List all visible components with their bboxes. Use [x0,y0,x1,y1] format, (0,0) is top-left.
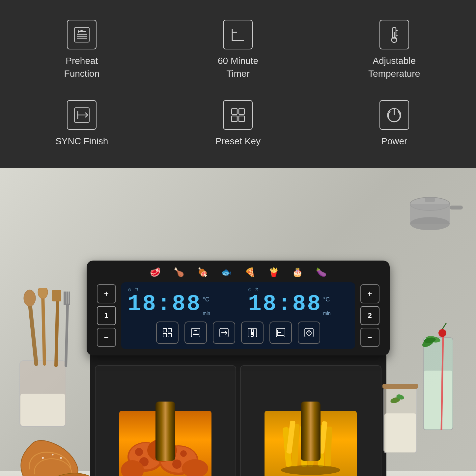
right-drawer[interactable] [240,365,381,476]
divider-2 [316,30,316,70]
sync-icon-box [67,100,97,130]
svg-rect-20 [232,116,237,122]
feature-preset: Preset Key [192,100,284,148]
zone1-min: min [203,311,210,316]
control-panel: 🥩 🍗 🍖 🐟 🍕 🍟 🎂 🍆 + 1 [87,261,390,355]
feature-power: Power [348,100,440,148]
svg-point-86 [172,460,182,469]
zone2-minus-button[interactable]: − [360,328,379,347]
food-icon-fries[interactable]: 🍟 [268,267,279,277]
svg-rect-52 [382,384,418,389]
func-btn-temp[interactable] [241,322,264,344]
svg-rect-51 [384,413,416,452]
svg-rect-18 [232,109,237,114]
dual-display-screen: ⊙ ⏱ 18:88 °C min [121,282,355,349]
zone2-unit: °C [323,296,330,303]
food-icon-fish[interactable]: 🐟 [221,267,232,277]
sync-icon [73,106,91,124]
preheat-icon [73,26,91,44]
drinks-container [377,305,469,471]
svg-point-79 [135,448,143,456]
svg-point-26 [410,217,450,230]
func-btn-preheat[interactable] [184,322,207,344]
svg-rect-59 [163,328,167,332]
power-icon [385,106,403,124]
fryer-body [90,352,386,476]
svg-line-33 [43,295,44,364]
zone1-controls: + 1 − [95,284,118,347]
features-row-1: Preheat Function 60 Minute Timer [20,13,456,90]
power-label: Power [381,135,407,148]
divider-3 [160,104,160,144]
feature-preheat: Preheat Function [36,20,128,80]
function-buttons [128,322,349,344]
svg-rect-60 [168,328,172,332]
sync-label: SYNC Finish [55,135,108,148]
zone1-label: 1 [97,306,116,325]
preset-icon-box [223,100,253,130]
food-icons-row: 🥩 🍗 🍖 🐟 🍕 🍟 🎂 🍆 [95,267,381,277]
dual-display: ⊙ ⏱ 18:88 °C min [128,287,349,316]
func-btn-sync[interactable] [213,322,235,344]
divider-4 [316,104,316,144]
zone2-time-display: 18:88 [248,293,322,315]
zone1-display: ⊙ ⏱ 18:88 °C min [128,287,228,316]
svg-point-34 [38,288,48,299]
food-icon-eggplant[interactable]: 🍆 [316,267,326,277]
power-icon-box [379,100,409,130]
svg-rect-0 [74,27,89,42]
zone1-minus-button[interactable]: − [97,328,116,347]
svg-rect-19 [239,109,244,114]
fryer-section: 🥩 🍗 🍖 🐟 🍕 🍟 🎂 🍆 + 1 [0,168,476,476]
timer-icon [229,26,247,44]
zone2-plus-button[interactable]: + [360,284,379,303]
features-row-2: SYNC Finish Preset Key [20,94,456,157]
food-icon-steak[interactable]: 🥩 [150,267,160,277]
pastry-container [10,404,128,476]
feature-sync: SYNC Finish [36,100,128,148]
svg-rect-28 [425,197,435,202]
temperature-label: Adjustable Temperature [368,54,420,80]
temperature-icon-box [379,20,409,49]
zone2-display: ⊙ ⏱ 18:88 °C min [248,287,349,316]
svg-rect-61 [163,333,167,337]
temperature-icon [385,26,403,44]
svg-line-35 [56,298,58,366]
svg-line-46 [442,323,446,329]
svg-rect-21 [239,116,244,122]
zone1-time-display: 18:88 [128,293,202,315]
right-drawer-handle[interactable] [301,402,321,461]
zone2-min: min [323,311,331,316]
timer-icon-box [223,20,253,49]
svg-rect-43 [424,371,452,429]
svg-point-45 [438,329,446,337]
func-btn-grid[interactable] [156,322,179,344]
svg-rect-36 [52,290,61,301]
divider-1 [160,30,160,70]
svg-point-56 [42,457,44,459]
preset-icon [229,106,247,124]
left-drawer-handle[interactable] [155,402,175,461]
svg-line-31 [30,301,36,364]
zone1-plus-button[interactable]: + [97,284,116,303]
food-icon-chicken-leg[interactable]: 🍗 [174,267,184,277]
svg-rect-62 [168,333,172,337]
feature-temperature: Adjustable Temperature [348,20,440,80]
zone1-unit: °C [203,296,210,303]
preheat-label: Preheat Function [64,54,99,80]
food-icon-drumstick[interactable]: 🍖 [197,267,208,277]
func-btn-timer[interactable] [269,322,292,344]
svg-rect-27 [450,206,463,210]
feature-timer: 60 Minute Timer [192,20,284,80]
svg-point-99 [281,465,340,475]
food-icon-cake[interactable]: 🎂 [292,267,303,277]
svg-point-57 [52,454,54,455]
kitchen-shelf-right [397,178,463,276]
display-divider [238,287,238,316]
features-section: Preheat Function 60 Minute Timer [0,0,476,168]
food-icon-pizza[interactable]: 🍕 [245,267,255,277]
preheat-icon-box [67,20,97,49]
timer-label: 60 Minute Timer [218,54,258,80]
svg-line-37 [66,305,68,366]
func-btn-power[interactable] [298,322,320,344]
